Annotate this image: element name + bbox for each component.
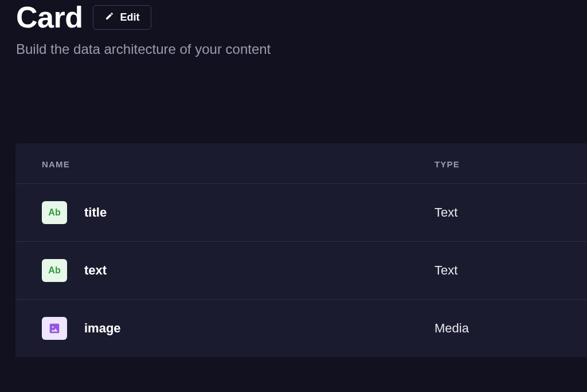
pencil-icon — [105, 11, 114, 23]
type-cell: Text — [435, 205, 561, 220]
column-header-type: TYPE — [435, 159, 460, 169]
type-cell: Media — [435, 321, 561, 336]
name-cell: Ab text — [42, 259, 435, 282]
field-type: Media — [435, 321, 469, 335]
table-header-row: NAME TYPE — [15, 143, 587, 184]
page-title: Card — [16, 0, 83, 34]
fields-table: NAME TYPE Ab title Text Ab text Text ima… — [15, 143, 587, 357]
table-row[interactable]: Ab title Text — [15, 184, 587, 242]
field-name: title — [84, 205, 107, 220]
edit-button[interactable]: Edit — [93, 5, 151, 30]
text-field-icon: Ab — [42, 201, 67, 224]
type-cell: Text — [435, 263, 561, 278]
field-name: text — [84, 263, 107, 278]
field-name: image — [84, 321, 121, 336]
table-row[interactable]: image Media — [15, 300, 587, 357]
title-row: Card Edit — [16, 0, 571, 34]
media-field-icon — [42, 317, 67, 340]
table-row[interactable]: Ab text Text — [15, 242, 587, 300]
edit-button-label: Edit — [120, 11, 139, 23]
page-header: Card Edit Build the data architecture of… — [0, 0, 587, 57]
name-cell: Ab title — [42, 201, 435, 224]
text-field-icon: Ab — [42, 259, 67, 282]
column-header-name: NAME — [42, 159, 70, 169]
name-cell: image — [42, 317, 435, 340]
field-type: Text — [435, 263, 457, 277]
field-type: Text — [435, 205, 457, 219]
page-subtitle: Build the data architecture of your cont… — [16, 41, 571, 57]
